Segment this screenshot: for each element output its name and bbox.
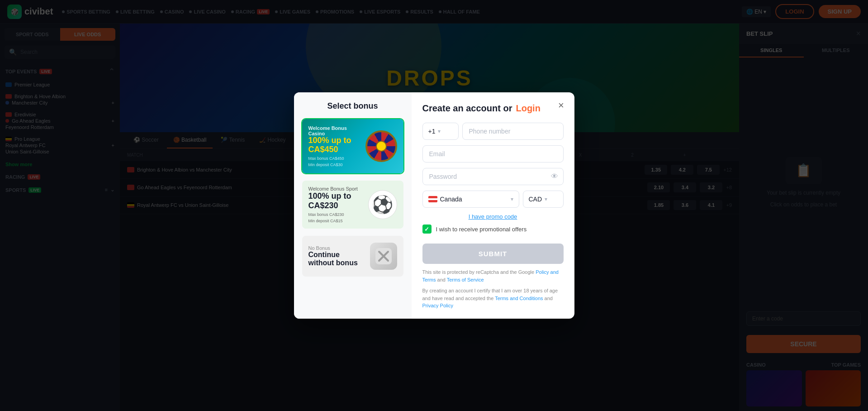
modal-close-button[interactable]: × [555, 99, 568, 112]
register-header: Create an account or Login [422, 103, 564, 114]
register-title: Create an account or [422, 103, 512, 114]
casino-bonus-min: Min deposit CA$30 [308, 162, 361, 167]
terms-of-service-link[interactable]: Terms of Service [447, 277, 484, 282]
chevron-down-icon: ▾ [438, 128, 441, 134]
promotional-offers-label: I wish to receive promotional offers [436, 226, 527, 233]
phone-number-input[interactable] [462, 123, 564, 140]
soccer-ball-icon: ⚽ [368, 190, 397, 219]
chevron-down-icon: ▾ [545, 196, 547, 202]
captcha-text: This site is protected by reCaptcha and … [422, 268, 564, 283]
terms-conditions-link[interactable]: Terms and Conditions [495, 296, 543, 301]
promotional-offers-checkbox[interactable] [422, 225, 432, 234]
casino-bonus-max: Max bonus CA$450 [308, 156, 361, 161]
sport-bonus-max: Max bonus CA$230 [308, 212, 364, 217]
bonus-card-casino[interactable]: Welcome Bonus Casino 100% up to CA$450 M… [301, 118, 404, 174]
country-currency-form-group: Canada ▾ CAD ▾ [422, 191, 564, 208]
registration-modal: × Select bonus Welcome Bonus Casino 100%… [294, 92, 574, 319]
bonus-card-sport[interactable]: Welcome Bonus Sport 100% up to CA$230 Ma… [301, 180, 404, 229]
no-bonus-cross-icon [370, 243, 397, 270]
submit-button[interactable]: SUBMIT [422, 244, 564, 264]
modal-overlay[interactable]: × Select bonus Welcome Bonus Casino 100%… [0, 0, 868, 411]
email-form-group [422, 145, 564, 162]
password-form-group: 👁 [422, 168, 564, 185]
sport-bonus-min: Min deposit CA$15 [308, 219, 364, 223]
email-input[interactable] [422, 145, 564, 162]
casino-bonus-amount: 100% up to CA$450 [308, 136, 361, 154]
bonus-card-none[interactable]: No Bonus Continue without bonus [301, 235, 404, 277]
promo-code-link[interactable]: I have promo code [422, 213, 564, 220]
sport-bonus-label: Welcome Bonus Sport [308, 186, 364, 191]
terms-text: By creating an account I certify that I … [422, 287, 564, 310]
promotional-offers-checkbox-row: I wish to receive promotional offers [422, 225, 564, 234]
chevron-down-icon: ▾ [511, 196, 513, 202]
bonus-selection-panel: Select bonus Welcome Bonus Casino 100% u… [294, 92, 412, 319]
phone-country-code-select[interactable]: +1 ▾ [422, 123, 459, 140]
casino-bonus-content: Welcome Bonus Casino 100% up to CA$450 M… [302, 119, 403, 173]
no-bonus-title: Continue without bonus [308, 251, 365, 267]
no-bonus-label: No Bonus [308, 245, 365, 251]
roulette-wheel-icon [365, 130, 397, 162]
currency-select[interactable]: CAD ▾ [523, 191, 564, 208]
password-input[interactable] [422, 168, 564, 185]
casino-bonus-label: Welcome Bonus Casino [308, 125, 361, 136]
sport-bonus-amount: 100% up to CA$230 [308, 191, 364, 210]
login-link[interactable]: Login [516, 103, 540, 114]
sport-bonus-content: Welcome Bonus Sport 100% up to CA$230 Ma… [302, 181, 403, 229]
bonus-panel-title: Select bonus [301, 101, 404, 111]
country-select[interactable]: Canada ▾ [422, 191, 519, 208]
password-toggle-icon[interactable]: 👁 [551, 172, 558, 181]
no-bonus-content: No Bonus Continue without bonus [302, 236, 403, 277]
privacy-policy-link[interactable]: Privacy Policy [422, 303, 453, 308]
phone-form-group: +1 ▾ [422, 123, 564, 140]
registration-form-panel: Create an account or Login +1 ▾ 👁 [412, 92, 574, 319]
canada-flag-icon [428, 196, 437, 202]
